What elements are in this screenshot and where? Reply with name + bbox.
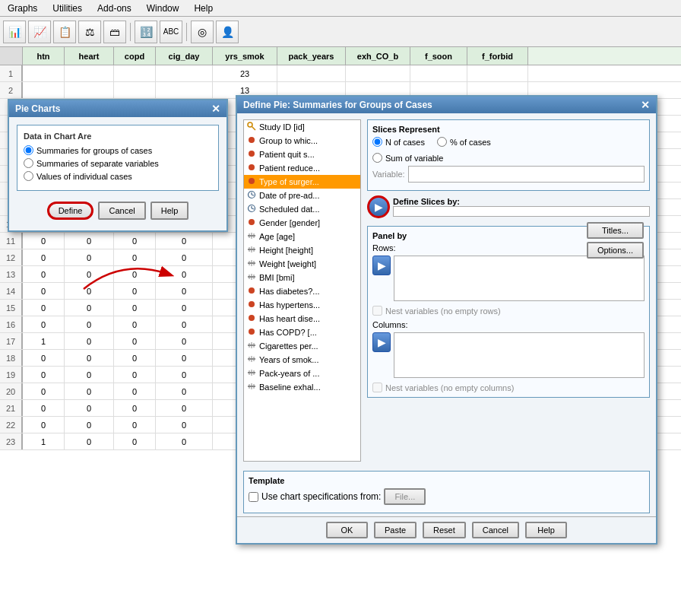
- grid-cell[interactable]: [114, 65, 156, 81]
- list-item[interactable]: Has hypertens...: [244, 298, 360, 312]
- grid-cell[interactable]: 0: [114, 266, 156, 282]
- radio-pct-cases-input[interactable]: [437, 137, 447, 147]
- titles-button[interactable]: Titles...: [587, 222, 644, 239]
- grid-cell[interactable]: 0: [156, 233, 213, 249]
- reset-button[interactable]: Reset: [423, 522, 466, 538]
- grid-cell[interactable]: [23, 82, 65, 98]
- grid-cell[interactable]: 0: [65, 333, 114, 349]
- paste-button[interactable]: Paste: [374, 522, 417, 538]
- toolbar-btn-8[interactable]: ◎: [191, 21, 214, 43]
- menu-window[interactable]: Window: [142, 2, 184, 15]
- grid-cell[interactable]: [65, 82, 114, 98]
- grid-cell[interactable]: 0: [65, 249, 114, 265]
- col-header-yrssmok[interactable]: yrs_smok: [213, 47, 277, 65]
- variable-input[interactable]: [408, 166, 645, 183]
- ok-button[interactable]: OK: [326, 522, 368, 538]
- grid-cell[interactable]: [277, 65, 346, 81]
- radio-summaries-vars-input[interactable]: [24, 158, 33, 168]
- toolbar-btn-3[interactable]: 📋: [53, 21, 76, 43]
- radio-summaries-groups-input[interactable]: [24, 145, 33, 155]
- grid-cell[interactable]: 0: [23, 383, 65, 399]
- nest-rows-checkbox[interactable]: [372, 306, 382, 316]
- grid-cell[interactable]: 0: [65, 316, 114, 332]
- radio-n-cases-input[interactable]: [372, 137, 382, 147]
- grid-cell[interactable]: 0: [114, 433, 156, 449]
- grid-cell[interactable]: 0: [156, 417, 213, 433]
- grid-cell[interactable]: 0: [114, 249, 156, 265]
- toolbar-btn-4[interactable]: ⚖: [78, 21, 101, 43]
- grid-cell[interactable]: 0: [114, 400, 156, 416]
- col-header-exhcob[interactable]: exh_CO_b: [346, 47, 410, 65]
- template-checkbox[interactable]: [249, 492, 258, 502]
- define-pie-close-button[interactable]: ✕: [641, 100, 650, 110]
- toolbar-btn-2[interactable]: 📈: [28, 21, 51, 43]
- options-button[interactable]: Options...: [587, 242, 644, 259]
- toolbar-btn-9[interactable]: 👤: [216, 21, 239, 43]
- list-item[interactable]: Scheduled dat...: [244, 202, 360, 216]
- grid-cell[interactable]: 0: [156, 367, 213, 383]
- grid-cell[interactable]: 0: [65, 383, 114, 399]
- grid-cell[interactable]: 0: [65, 400, 114, 416]
- grid-cell[interactable]: [156, 65, 213, 81]
- grid-cell[interactable]: 0: [65, 283, 114, 299]
- col-header-heart[interactable]: heart: [65, 47, 114, 65]
- grid-cell[interactable]: 1: [23, 433, 65, 449]
- grid-cell[interactable]: 0: [114, 383, 156, 399]
- toolbar-btn-1[interactable]: 📊: [3, 21, 26, 43]
- grid-cell[interactable]: 0: [156, 433, 213, 449]
- col-header-copd[interactable]: copd: [114, 47, 156, 65]
- grid-cell[interactable]: 23: [213, 65, 277, 81]
- toolbar-btn-6[interactable]: 🔢: [135, 21, 157, 43]
- list-item[interactable]: Gender [gender]: [244, 216, 360, 230]
- grid-cell[interactable]: 0: [65, 417, 114, 433]
- grid-cell[interactable]: 0: [65, 300, 114, 316]
- grid-cell[interactable]: 0: [23, 400, 65, 416]
- menu-utilities[interactable]: Utilities: [48, 2, 87, 15]
- list-item[interactable]: Group to whic...: [244, 134, 360, 148]
- grid-cell[interactable]: 0: [156, 350, 213, 366]
- grid-cell[interactable]: 0: [114, 300, 156, 316]
- grid-cell[interactable]: 0: [156, 383, 213, 399]
- list-item[interactable]: Weight [weight]: [244, 257, 360, 271]
- grid-cell[interactable]: 0: [114, 350, 156, 366]
- grid-cell[interactable]: 0: [156, 316, 213, 332]
- define-slices-arrow-button[interactable]: ▶: [367, 195, 390, 218]
- radio-pct-cases[interactable]: % of cases: [437, 137, 491, 147]
- file-button[interactable]: File...: [384, 488, 426, 505]
- grid-cell[interactable]: 0: [65, 233, 114, 249]
- grid-cell[interactable]: 0: [65, 367, 114, 383]
- grid-cell[interactable]: 1: [23, 333, 65, 349]
- grid-cell[interactable]: 0: [114, 367, 156, 383]
- cols-list[interactable]: [394, 332, 645, 378]
- grid-cell[interactable]: 0: [114, 233, 156, 249]
- grid-cell[interactable]: 0: [114, 316, 156, 332]
- help-button-pie[interactable]: Help: [525, 522, 567, 538]
- grid-cell[interactable]: 0: [156, 266, 213, 282]
- grid-cell[interactable]: [114, 82, 156, 98]
- list-item[interactable]: Baseline exhal...: [244, 380, 360, 394]
- list-item[interactable]: Cigarettes per...: [244, 339, 360, 353]
- grid-cell[interactable]: [467, 65, 528, 81]
- list-item[interactable]: Has diabetes?...: [244, 284, 360, 298]
- list-item[interactable]: BMI [bmi]: [244, 271, 360, 284]
- grid-cell[interactable]: 0: [65, 350, 114, 366]
- cancel-button[interactable]: Cancel: [98, 202, 145, 220]
- define-slices-input[interactable]: [393, 206, 650, 217]
- list-item[interactable]: Patient reduce...: [244, 161, 360, 175]
- radio-summaries-vars[interactable]: Summaries of separate variables: [24, 158, 212, 168]
- radio-summaries-groups[interactable]: Summaries for groups of cases: [24, 145, 212, 155]
- cols-arrow-button[interactable]: ▶: [372, 332, 391, 352]
- list-item[interactable]: Type of surger...: [244, 175, 360, 189]
- grid-cell[interactable]: 0: [23, 316, 65, 332]
- list-item[interactable]: Pack-years of ...: [244, 367, 360, 380]
- define-button[interactable]: Define: [47, 202, 94, 220]
- grid-cell[interactable]: 0: [65, 433, 114, 449]
- col-header-fforbid[interactable]: f_forbid: [467, 47, 528, 65]
- pie-charts-close-button[interactable]: ✕: [211, 103, 220, 114]
- grid-cell[interactable]: 0: [114, 333, 156, 349]
- list-item[interactable]: Date of pre-ad...: [244, 189, 360, 202]
- grid-cell[interactable]: 0: [114, 417, 156, 433]
- radio-individual-cases-input[interactable]: [24, 171, 33, 181]
- toolbar-btn-7[interactable]: ABC: [160, 21, 182, 43]
- col-header-packyears[interactable]: pack_years: [277, 47, 346, 65]
